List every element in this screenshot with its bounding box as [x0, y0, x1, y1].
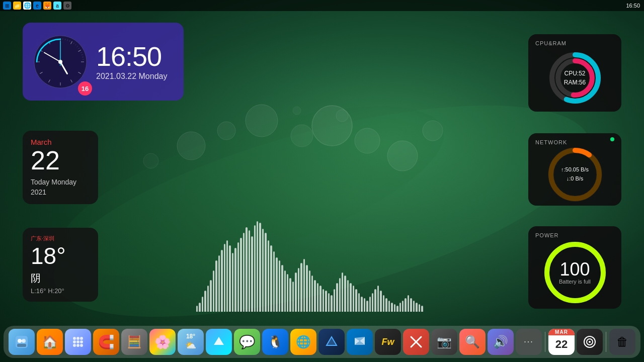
svg-point-41	[58, 60, 62, 64]
dock-volume[interactable]: 🔊	[488, 329, 514, 355]
wave-bar	[215, 260, 217, 312]
wave-bar	[273, 251, 275, 312]
wave-bar	[419, 304, 420, 312]
sound-wave-visualization	[196, 211, 423, 312]
calendar-day: 22	[31, 147, 90, 173]
wave-bar	[402, 301, 404, 312]
network-labels: ↑:50.05 B/s ↓:0 B/s	[561, 165, 589, 183]
wave-bar	[234, 248, 236, 312]
weather-high: H:20°	[48, 287, 64, 295]
wave-bar	[374, 289, 376, 312]
wave-bar	[249, 230, 250, 312]
dock-qq[interactable]: 🐧	[262, 329, 288, 355]
wave-bar	[391, 303, 392, 312]
wave-bar	[306, 265, 307, 312]
dock-calendar[interactable]: MAR 22	[548, 329, 575, 355]
wave-bar	[237, 242, 239, 312]
wave-bar	[317, 283, 318, 312]
wave-bar	[262, 229, 264, 312]
wave-bar	[377, 286, 379, 312]
dock-magnet[interactable]: 🧲	[93, 329, 119, 355]
svg-point-59	[73, 340, 76, 343]
wave-bar	[358, 293, 360, 312]
cpu-ram-widget: CPU&RAM CPU:52 RAM:56	[528, 34, 621, 112]
network-widget: NETWORK ↑:50.05 B/s ↓:0 B/s	[528, 133, 621, 206]
dock-teambition[interactable]	[206, 329, 232, 355]
dock-screenshot[interactable]: 📷	[431, 329, 457, 355]
wave-bar	[421, 306, 423, 312]
svg-marker-65	[214, 337, 224, 345]
wave-bar	[257, 221, 258, 312]
dock-trash[interactable]: 🗑	[609, 329, 635, 355]
start-icon[interactable]: ⊞	[3, 2, 11, 10]
power-title: POWER	[535, 232, 614, 238]
wave-bar	[396, 306, 398, 312]
wave-bar	[331, 295, 332, 312]
wave-bar	[196, 306, 198, 312]
dock-more[interactable]: ···	[516, 329, 542, 355]
analog-clock	[33, 34, 88, 89]
svg-point-63	[76, 344, 79, 347]
network-title: NETWORK	[535, 139, 614, 145]
dock-appsearch[interactable]: 🔍	[459, 329, 486, 355]
svg-point-58	[80, 337, 83, 340]
svg-point-8	[387, 141, 418, 171]
wave-bar	[210, 280, 211, 312]
ram-label: RAM:56	[564, 78, 586, 87]
firefox-icon[interactable]: 🦊	[43, 2, 51, 10]
wave-bar	[342, 273, 343, 312]
wave-bar	[254, 225, 256, 312]
wave-bar	[221, 250, 222, 312]
wave-bar	[394, 304, 395, 312]
dock-home[interactable]: 🏠	[37, 329, 63, 355]
wave-bar	[353, 286, 354, 312]
wave-bar	[344, 276, 346, 312]
wave-bar	[325, 291, 327, 312]
dock-launchpad[interactable]	[65, 329, 91, 355]
folder-icon[interactable]: 📁	[13, 2, 21, 10]
wave-bar	[295, 273, 296, 312]
wave-bar	[416, 303, 417, 312]
dock-obs[interactable]	[577, 329, 603, 355]
edge-icon[interactable]: e	[33, 2, 41, 10]
dock-fireworks[interactable]: Fw	[375, 329, 401, 355]
wave-bar	[385, 298, 387, 312]
dock: 🏠 🧲 🧮 🌸 18° ⛅	[4, 326, 640, 358]
wave-bar	[311, 276, 313, 312]
dock-vscode[interactable]	[347, 329, 373, 355]
wave-bar	[364, 298, 365, 312]
app-icon-1[interactable]: a	[53, 2, 61, 10]
cpu-ram-title: CPU&RAM	[535, 40, 614, 46]
network-upload: ↑:50.05 B/s	[561, 165, 589, 174]
cpu-ram-labels: CPU:52 RAM:56	[564, 69, 586, 87]
svg-point-60	[76, 340, 79, 343]
wave-bar	[319, 286, 321, 312]
dock-mango[interactable]: 🌐	[290, 329, 316, 355]
dock-weather[interactable]: 18° ⛅	[178, 329, 204, 355]
svg-point-57	[76, 337, 79, 340]
taskbar-top: ⊞ 📁 🌐 e 🦊 a ⚙ 16:50	[0, 0, 644, 11]
digital-time-area: 16:50 2021.03.22 Monday	[96, 43, 167, 81]
svg-point-64	[80, 344, 83, 347]
day-badge: 16	[78, 81, 92, 96]
weather-low: L:16°	[31, 287, 48, 295]
wave-bar	[336, 283, 338, 312]
dock-photos[interactable]: 🌸	[149, 329, 176, 355]
dock-calculator[interactable]: 🧮	[121, 329, 147, 355]
dock-pencil[interactable]	[318, 329, 345, 355]
wave-bar	[347, 280, 349, 312]
settings-icon[interactable]: ⚙	[63, 2, 71, 10]
wave-bar	[207, 286, 209, 312]
calendar-month: March	[31, 138, 90, 146]
chrome-icon[interactable]: 🌐	[23, 2, 31, 10]
wave-bar	[259, 223, 261, 312]
wave-bar	[361, 297, 362, 312]
wave-bar	[339, 278, 341, 312]
dock-xmind[interactable]	[403, 329, 429, 355]
wave-bar	[413, 301, 415, 312]
dock-finder[interactable]	[9, 329, 35, 355]
svg-point-62	[73, 344, 76, 347]
weather-widget: 广东·深圳 18° 阴 L:16° H:20°	[23, 228, 98, 302]
dock-wechat[interactable]: 💬	[234, 329, 260, 355]
wave-bar	[303, 259, 305, 312]
